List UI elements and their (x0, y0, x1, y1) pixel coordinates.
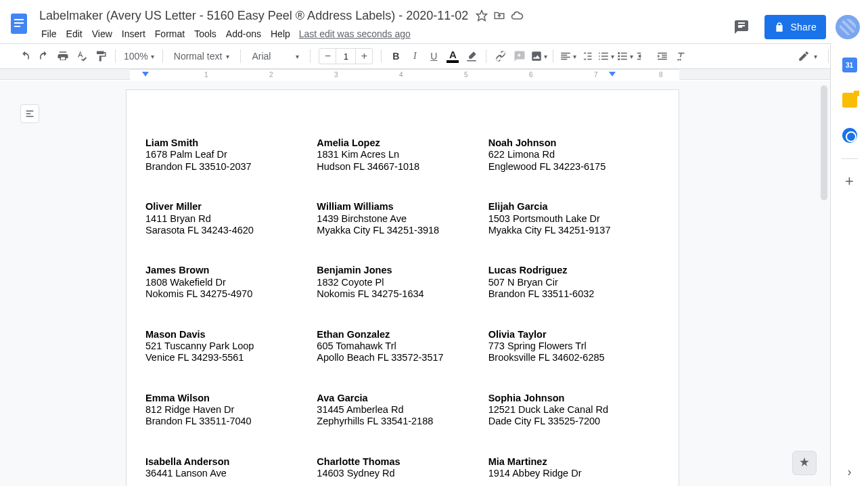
svg-rect-1 (14, 19, 24, 20)
label-name: Ava Garcia (317, 393, 488, 404)
move-icon[interactable] (493, 9, 506, 22)
label-row: Emma Wilson812 Ridge Haven DrBrandon FL … (145, 393, 660, 456)
share-button[interactable]: Share (764, 15, 826, 39)
address-label[interactable]: Olivia Taylor773 Spring Flowers TrlBrook… (488, 329, 660, 393)
menubar: File Edit View Insert Format Tools Add-o… (37, 24, 728, 43)
address-label[interactable]: Emma Wilson812 Ridge Haven DrBrandon FL … (145, 393, 317, 456)
font-family-dropdown[interactable]: Arial ▾ (246, 51, 304, 62)
address-label[interactable]: Oliver Miller1411 Bryan RdSarasota FL 34… (145, 201, 317, 265)
address-label[interactable]: Ethan Gonzalez605 Tomahawk TrlApollo Bea… (317, 329, 488, 393)
keep-addon-icon[interactable] (836, 87, 863, 114)
label-line1: 31445 Amberlea Rd (317, 404, 488, 416)
font-size-increase[interactable]: + (356, 50, 372, 62)
label-name: Isabella Anderson (145, 456, 317, 468)
tasks-addon-icon[interactable] (836, 122, 863, 149)
address-label[interactable]: Ava Garcia31445 Amberlea RdZephyrhills F… (317, 393, 488, 456)
label-name: Mason Davis (145, 329, 317, 340)
open-comments-button[interactable] (728, 14, 755, 41)
left-indent-marker[interactable] (142, 72, 149, 76)
label-name: Oliver Miller (145, 201, 317, 213)
label-line2: Brandon FL 33510-2037 (145, 161, 317, 173)
zoom-dropdown[interactable]: 100% ▾ (121, 51, 157, 62)
menu-format[interactable]: Format (150, 26, 189, 42)
address-label[interactable]: Mia Martinez1914 Abbey Ridge Dr (488, 456, 660, 486)
address-label[interactable]: Noah Johnson622 Limona RdEnglewood FL 34… (488, 137, 660, 201)
label-name: Amelia Lopez (317, 137, 488, 149)
label-line1: 1914 Abbey Ridge Dr (488, 468, 660, 479)
page[interactable]: Liam Smith1678 Palm Leaf DrBrandon FL 33… (126, 89, 679, 486)
menu-help[interactable]: Help (266, 26, 295, 42)
menu-file[interactable]: File (37, 26, 62, 42)
address-label[interactable]: William Williams1439 Birchstone AveMyakk… (317, 201, 488, 265)
insert-comment-button[interactable] (511, 47, 528, 65)
star-icon[interactable] (475, 9, 488, 22)
label-name: Ethan Gonzalez (317, 329, 488, 340)
share-label: Share (790, 22, 817, 32)
address-label[interactable]: Isabella Anderson36441 Lanson Ave (145, 456, 317, 486)
bulleted-list-button[interactable]: ▾ (616, 47, 633, 65)
menu-view[interactable]: View (87, 26, 117, 42)
line-spacing-button[interactable] (578, 47, 595, 65)
font-size-decrease[interactable]: − (319, 50, 336, 62)
spellcheck-button[interactable] (73, 47, 91, 65)
cloud-status-icon[interactable] (510, 9, 524, 22)
address-label[interactable]: Charlotte Thomas14603 Sydney Rd (317, 456, 488, 486)
address-label[interactable]: Elijah Garcia1503 Portsmouth Lake DrMyak… (488, 201, 660, 265)
outdent-button[interactable] (635, 47, 652, 65)
address-label[interactable]: Mason Davis521 Tuscanny Park LoopVenice … (145, 329, 317, 393)
horizontal-ruler[interactable]: 12345678 (0, 69, 868, 80)
paragraph-style-dropdown[interactable]: Normal text ▾ (168, 51, 235, 62)
last-edit-link[interactable]: Last edit was seconds ago (299, 28, 411, 39)
ruler-tick: 7 (594, 71, 598, 79)
indent-button[interactable] (654, 47, 671, 65)
paint-format-button[interactable] (92, 47, 110, 65)
explore-button[interactable] (792, 451, 817, 475)
menu-edit[interactable]: Edit (62, 26, 87, 42)
label-line2: Zephyrhills FL 33541-2188 (317, 416, 488, 427)
caret-icon: ▾ (226, 53, 229, 60)
menu-addons[interactable]: Add-ons (221, 26, 266, 42)
doc-title[interactable]: Labelmaker (Avery US Letter - 5160 Easy … (37, 9, 471, 23)
address-label[interactable]: Benjamin Jones1832 Coyote PlNokomis FL 3… (317, 265, 488, 328)
underline-button[interactable]: U (425, 47, 442, 65)
ruler-tick: 4 (399, 71, 403, 79)
redo-button[interactable] (35, 47, 53, 65)
insert-image-button[interactable]: ▾ (530, 47, 547, 65)
label-line2: Dade City FL 33525-7200 (488, 416, 660, 427)
document-outline-toggle[interactable] (20, 104, 39, 123)
label-name: Olivia Taylor (488, 329, 660, 340)
docs-home-icon[interactable] (5, 5, 32, 42)
ruler-tick: 5 (464, 71, 468, 79)
label-line1: 14603 Sydney Rd (317, 468, 488, 479)
label-line1: 1808 Wakefield Dr (145, 277, 317, 288)
menu-tools[interactable]: Tools (189, 26, 221, 42)
address-label[interactable]: Sophia Johnson12521 Duck Lake Canal RdDa… (488, 393, 660, 456)
bold-button[interactable]: B (387, 47, 405, 65)
italic-button[interactable]: I (406, 47, 424, 65)
editing-mode-dropdown[interactable]: ▾ (792, 50, 823, 62)
print-button[interactable] (54, 47, 72, 65)
highlight-color-button[interactable] (463, 47, 480, 65)
address-label[interactable]: Lucas Rodriguez507 N Bryan CirBrandon FL… (488, 265, 660, 328)
menu-insert[interactable]: Insert (117, 26, 150, 42)
font-size-input[interactable] (336, 49, 356, 64)
clear-formatting-button[interactable] (672, 47, 690, 65)
label-line1: 1831 Kim Acres Ln (317, 149, 488, 160)
address-label[interactable]: Amelia Lopez1831 Kim Acres LnHudson FL 3… (317, 137, 488, 201)
side-panel-separator (842, 158, 858, 159)
calendar-addon-icon[interactable] (836, 51, 863, 79)
vertical-scrollbar[interactable] (821, 85, 827, 200)
side-panel-collapse[interactable]: › (831, 465, 868, 479)
numbered-list-button[interactable]: ▾ (597, 47, 614, 65)
account-avatar[interactable] (836, 15, 860, 39)
address-label[interactable]: Liam Smith1678 Palm Leaf DrBrandon FL 33… (145, 137, 317, 201)
address-label[interactable]: James Brown1808 Wakefield DrNokomis FL 3… (145, 265, 317, 328)
undo-button[interactable] (16, 47, 34, 65)
right-indent-marker[interactable] (609, 72, 616, 76)
label-row: Oliver Miller1411 Bryan RdSarasota FL 34… (145, 201, 660, 265)
insert-link-button[interactable] (492, 47, 509, 65)
align-button[interactable]: ▾ (559, 47, 576, 65)
text-color-button[interactable]: A (444, 47, 461, 65)
get-addons-button[interactable]: + (831, 169, 868, 190)
label-line1: 1503 Portsmouth Lake Dr (488, 213, 660, 225)
